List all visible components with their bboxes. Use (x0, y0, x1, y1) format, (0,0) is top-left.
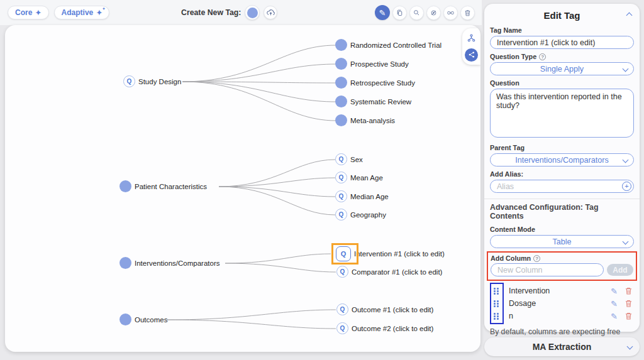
ma-extraction-title: MA Extraction (484, 342, 640, 352)
node-label: Patient Characteristics (135, 183, 207, 190)
tree-view-button[interactable] (465, 31, 478, 45)
tree-node-geography[interactable]: Q Geography (335, 209, 386, 221)
tree-node-interventions-comparators[interactable]: Interventions/Comparators (119, 257, 220, 269)
pencil-icon: ✎ (379, 9, 386, 17)
question-type-value: Single Apply (491, 65, 633, 74)
edit-tag-card: Edit Tag Tag Name Question Type ? Single… (484, 4, 640, 332)
add-alias-plus-icon[interactable]: + (622, 182, 631, 191)
tree-node-comparator-1[interactable]: Q Comparator #1 (click to edit) (336, 266, 442, 278)
create-new-tag-label: Create New Tag: (181, 8, 241, 17)
delete-column-trash-icon[interactable] (625, 312, 632, 320)
edit-column-pencil-icon[interactable]: ✎ (611, 287, 618, 295)
merge-tags-button[interactable] (443, 6, 458, 20)
question-icon: Q (123, 75, 135, 87)
tag-dot-icon (335, 77, 347, 89)
search-button[interactable] (409, 6, 424, 20)
node-label: Randomized Controlled Trial (350, 41, 441, 49)
drag-handle-icon[interactable] (494, 288, 499, 295)
share-button[interactable] (465, 48, 478, 62)
tree-node-outcome-1[interactable]: Q Outcome #1 (click to edit) (336, 303, 433, 315)
top-toolbar: Core ✦ Adaptive ✦✦ Create New Tag: ✎ (0, 0, 482, 25)
trash-icon (464, 9, 472, 17)
content-mode-label: Content Mode (490, 226, 535, 233)
column-row: Dosage ✎ (490, 297, 634, 310)
delete-column-trash-icon[interactable] (625, 300, 632, 307)
tree-links (5, 25, 480, 352)
tree-node-study-design[interactable]: Q Study Design (123, 75, 181, 87)
tag-tree-canvas[interactable]: Q Study Design Randomized Controlled Tri… (5, 25, 480, 352)
drag-handle-icon[interactable] (494, 300, 499, 307)
question-icon: Q (335, 190, 347, 202)
tree-node-systematic-review[interactable]: Systematic Review (335, 95, 411, 107)
question-label: Question (490, 79, 519, 87)
column-name: Dosage (509, 299, 611, 308)
core-button-label: Core (15, 8, 32, 17)
add-column-button[interactable]: Add (607, 264, 633, 276)
tree-node-outcome-2[interactable]: Q Outcome #2 (click to edit) (336, 322, 433, 334)
tree-node-retrospective[interactable]: Retrospective Study (335, 77, 415, 89)
question-icon: Q (336, 266, 348, 278)
tree-view-icon (467, 33, 476, 43)
edit-column-pencil-icon[interactable]: ✎ (611, 300, 618, 308)
hide-tag-button[interactable] (426, 6, 441, 20)
node-label: Outcome #2 (click to edit) (352, 325, 433, 332)
node-label: Study Design (138, 78, 181, 85)
node-label: Prospective Study (350, 60, 409, 68)
question-textarea[interactable]: Was this intervention reported in the st… (490, 89, 634, 138)
delete-tag-button[interactable] (460, 6, 475, 20)
create-new-tag-button[interactable] (245, 5, 260, 20)
tree-node-mean-age[interactable]: Q Mean Age (335, 172, 383, 183)
question-type-help-icon[interactable]: ? (539, 53, 546, 60)
sparkle-icon: ✦ (35, 9, 41, 16)
collapse-chevron-icon[interactable] (626, 13, 633, 19)
tree-node-prospective[interactable]: Prospective Study (335, 58, 409, 70)
alias-input[interactable] (490, 180, 634, 193)
tree-node-rct[interactable]: Randomized Controlled Trial (335, 39, 441, 51)
add-column-help-icon[interactable]: ? (533, 255, 540, 262)
tag-dot-icon (335, 39, 347, 51)
annotation-box-red: Add Column ? Add (487, 251, 637, 281)
sparkles-icon: ✦✦ (96, 9, 102, 16)
adaptive-button-label: Adaptive (62, 8, 94, 17)
question-icon: Q (336, 322, 348, 334)
tree-node-patient-characteristics[interactable]: Patient Characteristics (119, 180, 207, 192)
question-type-label: Question Type (490, 53, 536, 60)
column-name: n (509, 312, 611, 320)
ma-extraction-section[interactable]: MA Extraction (484, 337, 640, 356)
core-tags-button[interactable]: Core ✦ (8, 6, 49, 19)
drag-handle-icon[interactable] (494, 313, 499, 320)
tree-node-outcomes[interactable]: Outcomes (119, 314, 167, 325)
tree-node-sex[interactable]: Q Sex (335, 153, 363, 165)
question-icon: Q (335, 209, 347, 221)
content-mode-select[interactable]: Table (490, 235, 634, 248)
advanced-config-header: Advanced Configuration: Tag Contents (484, 199, 640, 223)
parent-tag-label: Parent Tag (490, 144, 525, 151)
node-label: Median Age (350, 193, 389, 200)
add-alias-label: Add Alias: (490, 170, 523, 178)
tree-node-meta-analysis[interactable]: Meta-analysis (335, 114, 395, 126)
duplicate-button[interactable] (392, 6, 407, 20)
question-type-select[interactable]: Single Apply (490, 62, 634, 75)
new-column-input[interactable] (491, 263, 604, 276)
node-label: Mean Age (350, 174, 383, 182)
canvas-view-controls (462, 28, 480, 65)
parent-tag-select[interactable]: Interventions/Comparators (490, 153, 634, 166)
node-label: Outcomes (135, 316, 167, 324)
node-label: Geography (350, 211, 386, 219)
tag-dot-icon (335, 95, 347, 107)
node-label: Meta-analysis (350, 117, 395, 124)
edit-pencil-button[interactable]: ✎ (375, 5, 390, 20)
adaptive-tags-button[interactable]: Adaptive ✦✦ (54, 6, 110, 19)
tag-dot-icon (335, 58, 347, 70)
tree-node-median-age[interactable]: Q Median Age (335, 190, 389, 202)
content-mode-value: Table (491, 237, 633, 246)
delete-column-trash-icon[interactable] (625, 287, 632, 295)
edit-column-pencil-icon[interactable]: ✎ (611, 312, 618, 320)
cloud-upload-icon (266, 8, 275, 18)
node-label: Outcome #1 (click to edit) (352, 306, 433, 314)
tag-name-input[interactable] (490, 36, 634, 49)
merge-tags-icon (447, 9, 455, 17)
import-cloud-button[interactable] (264, 6, 277, 19)
eye-slash-icon (430, 9, 438, 17)
duplicate-icon (396, 9, 404, 17)
